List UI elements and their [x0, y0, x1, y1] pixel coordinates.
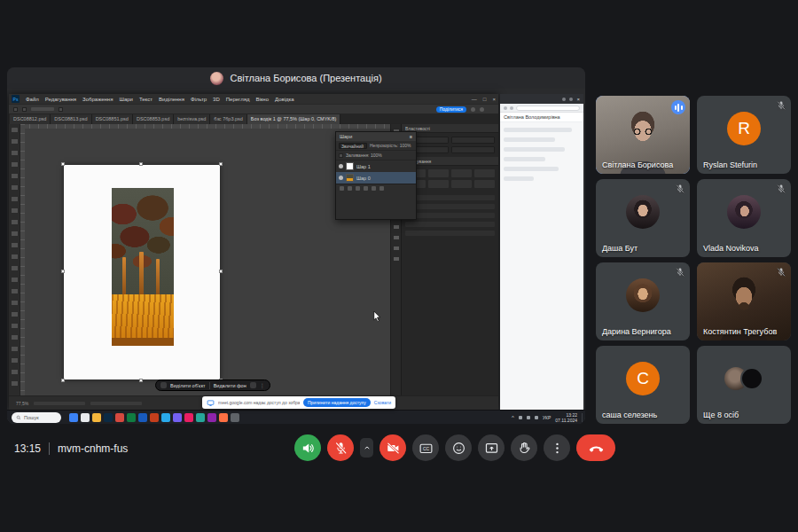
share-banner-message: meet.google.com надає доступ до зображен… [218, 400, 300, 405]
audio-device-chevron-button[interactable] [360, 438, 373, 458]
document-tab: DSC08812.psd [10, 114, 51, 124]
volume-icon [527, 416, 530, 419]
divider [49, 442, 50, 455]
presenter-avatar [210, 72, 223, 85]
menu-item-select: Виділення [159, 97, 184, 102]
present-screen-icon [484, 441, 499, 456]
photoshop-toolbar [9, 124, 20, 395]
windows-taskbar: Пошук ^ УКР 13:22 07.11.2024 [7, 410, 585, 424]
fill-field: Заливання: 100% [346, 153, 382, 158]
photoshop-menubar: Ps Файл Редагування Зображення Шари Текс… [9, 94, 498, 104]
taskbar-date: 07.11.2024 [555, 418, 577, 423]
participant-name: саша селезень [602, 411, 657, 419]
stop-sharing-button: Припинити надання доступу [303, 398, 371, 407]
participant-name: Vlada Novikova [703, 244, 759, 253]
zoom-level: 77,5% [16, 401, 28, 406]
more-icon: ⋮ [260, 382, 265, 388]
mic-off-icon [776, 184, 786, 194]
browser-toolbar [500, 104, 583, 113]
mic-off-icon [776, 267, 786, 278]
reactions-button[interactable] [445, 434, 472, 461]
workspace-icon [480, 107, 484, 112]
meeting-code: mvm-cnhm-fus [58, 442, 128, 455]
speaker-button[interactable] [294, 434, 321, 461]
present-button[interactable] [478, 434, 505, 461]
avatar-photo [727, 195, 761, 229]
tool-option-checkbox [59, 107, 63, 112]
visibility-eye-icon [339, 164, 343, 168]
photoshop-share-button: Поділитися [436, 106, 466, 113]
participant-tile-vlada-novikova[interactable]: Vlada Novikova [697, 179, 791, 257]
opacity-field: Непрозорість: 100% [370, 143, 411, 148]
participant-tile-daryna-vernyhora[interactable]: Дарина Вернигора [596, 262, 690, 340]
captions-button[interactable]: CC [412, 434, 439, 461]
avatar-initial: С [626, 362, 660, 395]
divider [209, 382, 210, 389]
menu-item-type: Текст [139, 97, 153, 102]
tool-option-control [31, 107, 54, 111]
search-icon [471, 107, 475, 112]
participant-name: Світлана Борисова [602, 160, 673, 169]
mic-button[interactable] [327, 434, 354, 461]
search-placeholder: Пошук [24, 415, 39, 420]
menu-item-layers: Шари [119, 97, 133, 102]
browser-titlebar: × [500, 94, 583, 104]
screen-share-icon [207, 399, 215, 407]
layer-name: Шар 1 [356, 164, 371, 169]
panel-menu-icon: ≡ [410, 134, 412, 139]
menu-item-3d: 3D [213, 97, 220, 102]
network-icon [519, 416, 522, 419]
camera-button[interactable] [379, 434, 406, 461]
mouse-cursor [373, 310, 381, 323]
tool-option-checkbox [13, 107, 18, 112]
document-tabs: DSC08812.psd DSC08813.psd DSC08851.psd D… [9, 113, 498, 124]
participant-tile-sasha-selezen[interactable]: С саша селезень [596, 346, 690, 424]
more-options-button[interactable] [544, 434, 570, 461]
shared-screen-video: Ps Файл Редагування Зображення Шари Текс… [7, 89, 585, 424]
meet-app: Світлана Борисова (Презентація) Ps Файл … [0, 0, 798, 532]
raise-hand-icon [517, 441, 532, 456]
raise-hand-button[interactable] [511, 434, 537, 461]
menu-item-filter: Фільтр [191, 97, 207, 102]
tray-chevron-icon: ^ [512, 415, 514, 420]
taskbar-tray: ^ УКР 13:22 07.11.2024 [512, 411, 583, 424]
layers-panel-footer [336, 184, 416, 192]
participant-name: Костянтин Трегубов [703, 327, 777, 336]
end-call-button[interactable] [576, 434, 615, 461]
minimize-icon [562, 98, 566, 101]
participant-tile-ryslan-stefurin[interactable]: R Ryslan Stefurin [697, 96, 791, 174]
battery-icon [535, 416, 538, 419]
mic-off-icon [333, 441, 348, 456]
mic-off-icon [776, 100, 786, 111]
participant-tile-kostiantyn-trehubov[interactable]: Костянтин Трегубов [697, 262, 791, 340]
speaker-icon [301, 441, 316, 456]
browser-content-placeholder [500, 122, 583, 186]
visibility-eye-icon [339, 176, 343, 180]
tree-trunk [139, 252, 144, 298]
photoshop-logo-icon: Ps [12, 95, 20, 103]
menu-item-view: Перегляд [226, 97, 250, 102]
participant-tile-dasha-but[interactable]: Даша Бут [596, 179, 690, 257]
participant-name: Ryslan Stefurin [703, 160, 757, 169]
participant-tile-svitlana-borysova[interactable]: Світлана Борисова [596, 96, 690, 174]
menu-item-file: Файл [26, 97, 39, 102]
more-vertical-icon [550, 441, 565, 456]
menu-item-help: Довідка [275, 97, 294, 102]
participant-name: Даша Бут [602, 244, 638, 253]
avatar-photo [626, 195, 660, 229]
menu-item-window: Вікно [255, 97, 269, 102]
tree-trunk [122, 257, 126, 298]
select-subject-button: Виділити об'єкт [170, 383, 206, 388]
overflow-avatars [724, 367, 763, 390]
mic-off-icon [675, 184, 685, 194]
minimize-icon: — [472, 97, 477, 102]
mic-off-icon [675, 267, 685, 278]
forward-icon [510, 106, 513, 110]
emoji-icon [451, 441, 466, 456]
presentation-tile[interactable]: Світлана Борисова (Презентація) Ps Файл … [7, 67, 585, 424]
participant-tile-overflow[interactable]: Ще 8 осіб [697, 346, 791, 424]
show-desktop-strip [582, 413, 583, 422]
avatar-photo [740, 367, 763, 390]
select-tool-icon [160, 382, 167, 388]
maximize-icon [569, 98, 573, 101]
